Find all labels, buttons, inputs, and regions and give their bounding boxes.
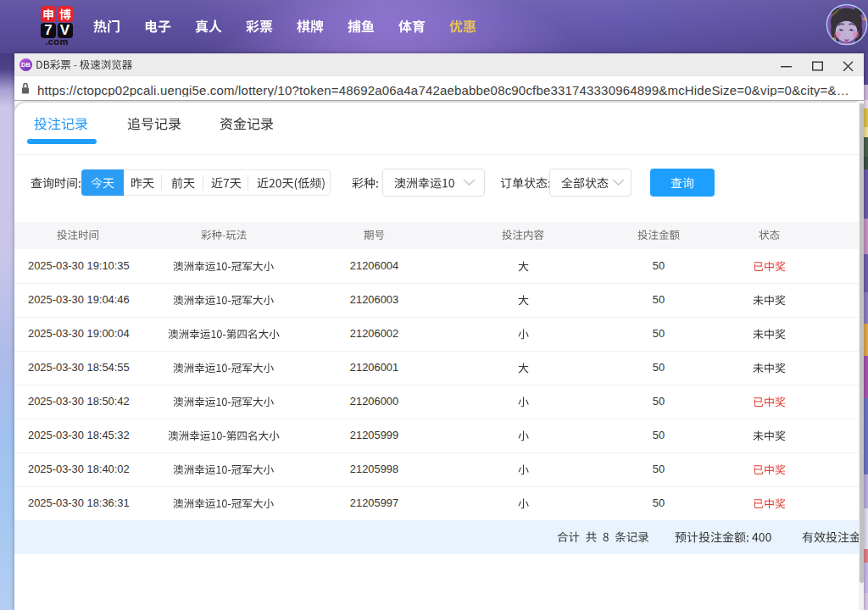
svg-text:DB: DB [21, 61, 31, 69]
